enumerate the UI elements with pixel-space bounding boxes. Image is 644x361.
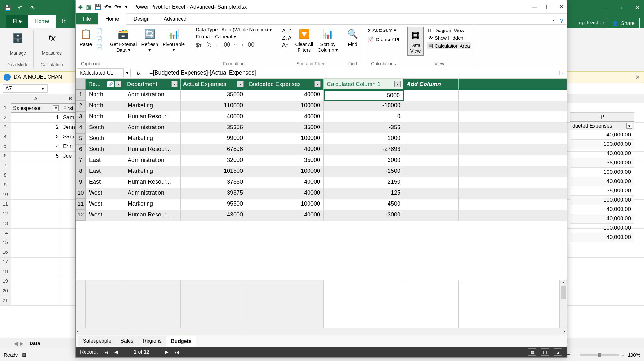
collapse-ribbon-icon[interactable]: ⌃	[552, 19, 556, 24]
paste-replace-icon[interactable]: 📄	[96, 36, 103, 42]
cell[interactable]: 3	[11, 132, 61, 142]
cell[interactable]: 1	[11, 113, 61, 122]
sort-by-column-button[interactable]: 📊 Sort by Column ▾	[317, 27, 339, 54]
cell-empty[interactable]	[404, 155, 459, 166]
zoom-level[interactable]: 100%	[628, 352, 640, 357]
row-header[interactable]: 7	[76, 155, 86, 166]
cell-region[interactable]: North	[86, 101, 124, 111]
cell-calculated[interactable]: -27896	[324, 144, 404, 155]
cell[interactable]	[11, 180, 61, 190]
cell-calculated[interactable]: 0	[324, 111, 404, 122]
excel-icon[interactable]: ▩	[86, 4, 92, 11]
sheet-tab-data[interactable]: Data	[24, 339, 45, 348]
tab-file[interactable]: File	[76, 13, 98, 24]
col-header-region[interactable]: Re... 🔗 ▼	[86, 79, 124, 90]
row-header[interactable]: 12	[0, 209, 11, 219]
cell-budgeted[interactable]: 100000	[246, 199, 324, 210]
row-header[interactable]: 15	[0, 238, 11, 248]
row-header[interactable]: 12	[76, 210, 86, 221]
cell-region[interactable]: East	[86, 155, 124, 166]
cell-actual[interactable]: 95500	[181, 199, 246, 210]
refresh-button[interactable]: 🔄 Refresh ▾	[140, 27, 159, 54]
close-icon[interactable]: ✕	[559, 4, 564, 11]
comma-icon[interactable]: ,	[216, 41, 218, 48]
cell[interactable]: 35,000.00	[570, 186, 634, 196]
row-header[interactable]: 19	[0, 277, 11, 286]
cell[interactable]: 40,000.00	[570, 177, 634, 186]
autosum-button[interactable]: Σ AutoSum ▾	[366, 27, 398, 34]
cell[interactable]: 100,000.00	[570, 224, 634, 233]
cell-calculated[interactable]: 4500	[324, 199, 404, 210]
sort-desc-icon[interactable]: Z↓A	[282, 35, 291, 41]
filter-dropdown-icon[interactable]: ▼	[171, 81, 178, 87]
row-header[interactable]: 10	[76, 188, 86, 199]
row-header[interactable]: 11	[0, 200, 11, 209]
measures-button[interactable]: Measures	[42, 50, 61, 56]
cell-empty[interactable]	[404, 144, 459, 155]
select-all-corner[interactable]	[0, 94, 11, 103]
filter-dropdown-icon[interactable]: ▼	[115, 81, 121, 87]
next-record-icon[interactable]: ▶	[165, 349, 169, 355]
sheet-nav-next-icon[interactable]: ▶	[19, 340, 24, 346]
table-tab-sales[interactable]: Sales	[116, 336, 138, 346]
col-header-a[interactable]: A	[11, 94, 61, 103]
cell-department[interactable]: Administration	[124, 90, 181, 101]
row-header[interactable]: 16	[0, 248, 11, 257]
row-header[interactable]: 6	[76, 144, 86, 155]
minimize-icon[interactable]: —	[606, 4, 613, 11]
cell[interactable]: 35,000.00	[570, 158, 634, 168]
row-header[interactable]: 1	[0, 103, 11, 113]
find-button[interactable]: 🔍 Find	[345, 27, 360, 48]
cell-actual[interactable]: 99000	[181, 133, 246, 144]
tab-file[interactable]: File	[6, 15, 28, 28]
cell-region[interactable]: North	[86, 90, 124, 101]
row-header[interactable]: 7	[0, 161, 11, 171]
row-header[interactable]: 5	[76, 133, 86, 144]
row-header[interactable]: 10	[0, 190, 11, 199]
filter-dropdown-icon[interactable]: ▼	[237, 81, 244, 87]
manage-icon[interactable]: 🗄️	[11, 31, 25, 45]
row-header[interactable]: 9	[76, 177, 86, 188]
cell-department[interactable]: Human Resour...	[124, 210, 181, 221]
row-header[interactable]: 4	[0, 132, 11, 142]
save-icon[interactable]: 💾	[95, 4, 101, 10]
cell[interactable]	[11, 229, 61, 238]
row-header[interactable]: 8	[0, 171, 11, 180]
diagram-view-icon[interactable]: ◫	[541, 348, 549, 356]
sheet-nav-prev-icon[interactable]: ◀	[13, 340, 19, 346]
col-header-budgeted[interactable]: Budgeted Expenses ▼	[246, 79, 324, 90]
redo-icon[interactable]: ↷	[28, 4, 36, 12]
cell-budgeted[interactable]: 40000	[246, 144, 324, 155]
cell-actual[interactable]: 110000	[181, 101, 246, 111]
relationship-icon[interactable]: 🔗	[107, 81, 114, 87]
view-break-icon[interactable]: ▭	[566, 352, 571, 358]
row-header[interactable]: 14	[0, 229, 11, 238]
cell-budgeted[interactable]: 40000	[246, 188, 324, 199]
cell[interactable]: 40,000.00	[570, 214, 634, 224]
last-record-icon[interactable]: ⏭	[174, 349, 179, 355]
cell[interactable]	[11, 200, 61, 209]
cell-budgeted[interactable]: 100000	[246, 166, 324, 177]
row-header[interactable]: 6	[0, 152, 11, 161]
paste-button[interactable]: 📋 Paste	[79, 27, 93, 48]
cell[interactable]: 100,000.00	[570, 140, 634, 149]
cell-calculated[interactable]: 5000	[324, 90, 404, 101]
cell[interactable]: 5	[11, 152, 61, 161]
first-record-icon[interactable]: ⏮	[104, 349, 109, 355]
fx-icon[interactable]: fx	[131, 70, 147, 76]
cell-department[interactable]: Human Resour...	[124, 177, 181, 188]
cell-budgeted[interactable]: 40000	[246, 90, 324, 101]
cell-calculated[interactable]: -3000	[324, 210, 404, 221]
cell-department[interactable]: Administration	[124, 155, 181, 166]
cell[interactable]: 40,000.00	[570, 205, 634, 214]
row-header[interactable]: 3	[0, 123, 11, 132]
chevron-down-icon[interactable]: ▼	[41, 87, 45, 91]
col-header-actual[interactable]: Actual Expenses ▼	[181, 79, 246, 90]
row-header[interactable]: 3	[76, 111, 86, 122]
cell-budgeted[interactable]: 40000	[246, 111, 324, 122]
cell-region[interactable]: West	[86, 199, 124, 210]
col-header-p[interactable]: P	[570, 112, 634, 121]
datatype-dropdown[interactable]: Data Type : Auto (Whole Number) ▾	[196, 27, 272, 32]
cell[interactable]: 40,000.00	[570, 130, 634, 140]
vertical-scrollbar[interactable]: ▴	[559, 280, 567, 328]
